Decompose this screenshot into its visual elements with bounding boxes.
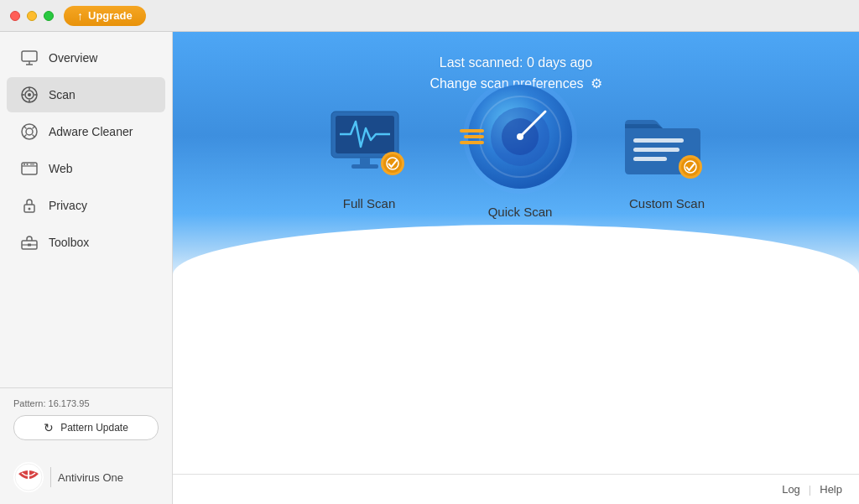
svg-rect-0 [22,51,37,61]
quick-scan-icon-container [466,82,575,191]
full-scan-icon-container [323,107,415,183]
bottom-bar: Log | Help [173,474,859,504]
svg-point-18 [23,164,25,165]
close-button[interactable] [10,11,20,21]
adware-icon [20,122,39,141]
custom-scan-option[interactable]: Custom Scan [625,107,709,219]
svg-line-12 [24,127,27,129]
web-icon [20,159,39,178]
sidebar-label-scan: Scan [49,88,75,101]
svg-point-11 [26,128,33,135]
sidebar-label-adware: Adware Cleaner [49,125,133,138]
scan-options: Full Scan [173,107,859,219]
sidebar: Overview Scan [0,32,173,504]
pattern-update-label: Pattern Update [60,422,128,434]
help-link[interactable]: Help [820,483,842,496]
full-scan-option[interactable]: Full Scan [323,107,415,219]
pattern-label: Pattern: 16.173.95 [13,398,159,408]
full-scan-label: Full Scan [343,196,396,210]
svg-rect-31 [351,164,378,169]
refresh-icon: ↻ [44,421,54,434]
maximize-button[interactable] [44,11,54,21]
trend-micro-logo [13,462,44,492]
svg-line-14 [24,135,27,138]
svg-rect-46 [633,148,679,152]
svg-line-15 [33,135,35,138]
sidebar-item-overview[interactable]: Overview [7,40,165,75]
wave-divider [173,225,859,292]
scan-icon [20,86,39,104]
svg-point-5 [28,93,31,96]
sidebar-item-scan[interactable]: Scan [7,77,165,112]
custom-scan-icon-container [625,107,709,183]
main-content: Last scanned: 0 days ago Change scan pre… [173,32,859,504]
upgrade-button[interactable]: Upgrade [64,6,146,26]
monitor-icon [20,49,39,67]
toolbox-icon [20,233,39,252]
sidebar-item-toolbox[interactable]: Toolbox [7,225,165,260]
svg-point-19 [27,164,29,165]
sidebar-label-overview: Overview [49,51,97,65]
privacy-icon [20,196,39,215]
svg-line-13 [33,127,35,129]
log-link[interactable]: Log [782,483,800,496]
svg-rect-45 [633,138,684,143]
gear-icon: ⚙ [591,75,602,91]
logo-text: Antivirus One [58,471,123,484]
svg-point-44 [517,133,523,140]
svg-rect-30 [360,158,370,164]
app-body: Overview Scan [0,32,859,504]
sidebar-item-web[interactable]: Web [7,151,165,186]
logo-divider [50,467,51,487]
sidebar-label-privacy: Privacy [49,199,87,212]
minimize-button[interactable] [27,11,37,21]
custom-scan-label: Custom Scan [629,196,705,210]
sidebar-label-toolbox: Toolbox [49,236,89,249]
footer-divider: | [809,483,811,496]
sidebar-item-privacy[interactable]: Privacy [7,188,165,223]
quick-scan-option[interactable]: Quick Scan [466,82,575,219]
last-scanned-text: Last scanned: 0 days ago [440,55,592,70]
quick-scan-label: Quick Scan [488,205,553,219]
svg-rect-25 [28,244,31,247]
svg-point-22 [29,208,31,210]
sidebar-bottom: Pattern: 16.173.95 ↻ Pattern Update [0,387,172,454]
svg-rect-47 [633,157,667,161]
nav-items: Overview Scan [0,32,172,387]
sidebar-logo: Antivirus One [0,454,172,504]
title-bar: Upgrade [0,0,859,32]
pattern-update-button[interactable]: ↻ Pattern Update [13,415,159,440]
sidebar-item-adware[interactable]: Adware Cleaner [7,114,165,149]
sidebar-label-web: Web [49,162,73,175]
